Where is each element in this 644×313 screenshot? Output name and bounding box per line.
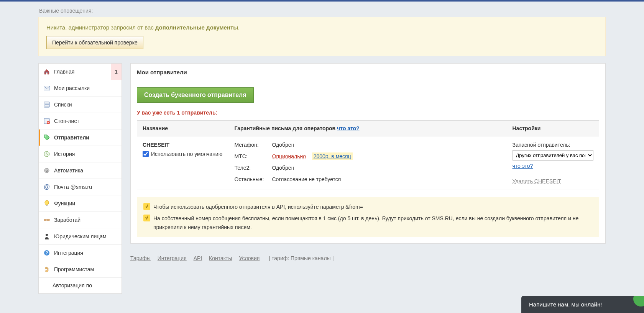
senders-table: Название Гарантийные письма для оператор… bbox=[137, 120, 599, 190]
sidebar-item-automation[interactable]: Автоматика bbox=[39, 162, 122, 179]
svg-point-20 bbox=[47, 219, 50, 221]
th-settings: Настройки bbox=[507, 121, 599, 136]
sidebar-item-label: Мои рассылки bbox=[54, 85, 90, 91]
create-sender-button[interactable]: Создать буквенного отправителя bbox=[137, 87, 254, 103]
sidebar-item-label: Почта @sms.ru bbox=[54, 184, 92, 190]
op-megafon-value: Одобрен bbox=[272, 142, 502, 148]
svg-text:?: ? bbox=[46, 251, 48, 255]
svg-rect-1 bbox=[44, 86, 50, 90]
footer-link-tariffs[interactable]: Тарифы bbox=[130, 255, 151, 261]
envelope-icon bbox=[43, 85, 50, 92]
info-row-2: √ На собственный номер сообщения бесплат… bbox=[143, 214, 593, 231]
sidebar-item-label: Главная bbox=[54, 69, 74, 75]
list-icon bbox=[43, 101, 50, 108]
mts-optional-link[interactable]: Опционально bbox=[272, 153, 306, 159]
check-icon: √ bbox=[143, 203, 150, 210]
th-name: Название bbox=[137, 121, 229, 136]
footer-link-contacts[interactable]: Контакты bbox=[209, 255, 232, 261]
sidebar-item-label: Отправители bbox=[54, 134, 89, 141]
op-mts-value: Опционально 2000р. в месяц bbox=[272, 153, 502, 159]
sidebar-item-mailings[interactable]: Мои рассылки bbox=[39, 80, 122, 97]
sidebar-item-functions[interactable]: Функции bbox=[39, 195, 122, 212]
sidebar-item-history[interactable]: История bbox=[39, 146, 122, 162]
clock-icon bbox=[43, 151, 50, 157]
footer-link-integration[interactable]: Интеграция bbox=[158, 255, 187, 261]
alert-suffix: . bbox=[238, 24, 240, 31]
chat-text: Напишите нам, мы онлайн! bbox=[529, 301, 602, 302]
footer: Тарифы Интеграция API Контакты Условия [… bbox=[130, 255, 606, 261]
bulb-icon bbox=[43, 200, 50, 207]
svg-point-21 bbox=[46, 234, 48, 236]
person-icon bbox=[43, 233, 50, 240]
what-is-this-link[interactable]: что это? bbox=[337, 125, 360, 131]
help-icon: ? bbox=[43, 249, 50, 256]
check-icon: √ bbox=[143, 215, 150, 221]
use-default-checkbox[interactable] bbox=[143, 151, 149, 157]
alert-box: Никита, администратор запросил от вас до… bbox=[38, 17, 606, 56]
sidebar-item-auth[interactable]: Авторизация по bbox=[39, 278, 122, 293]
footer-tariff: [ тариф: Прямые каналы ] bbox=[269, 255, 334, 261]
op-tele2-label: Теле2: bbox=[235, 165, 269, 171]
op-tele2-value: Одобрен bbox=[272, 165, 502, 171]
op-mts-label: МТС: bbox=[235, 153, 269, 159]
sidebar-item-senders[interactable]: Отправители bbox=[39, 129, 122, 146]
sidebar-item-label: Авторизация по bbox=[53, 282, 92, 288]
handshake-icon bbox=[43, 216, 50, 223]
svg-point-13 bbox=[44, 168, 49, 173]
info-box: √ Чтобы использовать одобренного отправи… bbox=[137, 197, 599, 237]
alert-bold: дополнительные документы bbox=[155, 24, 238, 31]
sidebar-item-label: Заработай bbox=[54, 217, 80, 223]
svg-point-17 bbox=[45, 200, 49, 205]
op-other-value: Согласование не требуется bbox=[272, 176, 502, 182]
info-text-2: На собственный номер сообщения бесплатны… bbox=[153, 214, 593, 231]
notifications-label: Важные оповещения: bbox=[39, 8, 606, 14]
sidebar-item-earn[interactable]: Заработай bbox=[39, 212, 122, 228]
sidebar-item-label: Юридическим лицам bbox=[54, 233, 107, 239]
sidebar-item-label: Функции bbox=[54, 200, 75, 206]
sidebar-item-legal[interactable]: Юридическим лицам bbox=[39, 228, 122, 245]
sidebar-item-label: Автоматика bbox=[54, 167, 83, 174]
panel-title: Мои отправители bbox=[131, 64, 605, 81]
use-default-text: Использовать по умолчанию bbox=[151, 151, 222, 157]
backup-sender-label: Запасной отправитель: bbox=[513, 142, 594, 148]
sidebar-item-developers[interactable]: Программистам bbox=[39, 261, 122, 278]
sidebar-badge: 1 bbox=[111, 64, 122, 80]
svg-point-19 bbox=[44, 219, 47, 221]
chat-status-icon bbox=[633, 296, 644, 302]
svg-point-9 bbox=[45, 136, 46, 137]
goto-verification-button[interactable]: Перейти к обязательной проверке bbox=[46, 36, 143, 49]
op-other-label: Остальные: bbox=[235, 176, 269, 182]
info-text-1: Чтобы использовать одобренного отправите… bbox=[153, 203, 363, 211]
delete-sender-link[interactable]: Удалить CHEESEIT bbox=[513, 178, 561, 184]
svg-point-15 bbox=[47, 170, 48, 170]
operators-grid: Мегафон: Одобрен МТС: Опционально 2000р.… bbox=[235, 142, 502, 182]
alert-text: Никита, администратор запросил от вас до… bbox=[46, 24, 598, 31]
sidebar-item-home[interactable]: Главная 1 bbox=[39, 64, 122, 80]
sidebar-item-stoplist[interactable]: Стоп-лист bbox=[39, 113, 122, 129]
footer-link-terms[interactable]: Условия bbox=[239, 255, 260, 261]
sidebar-item-label: Стоп-лист bbox=[54, 118, 79, 124]
robot-icon bbox=[43, 167, 50, 174]
sidebar: Главная 1 Мои рассылки Списки Стоп-лист … bbox=[38, 63, 122, 294]
hand-icon bbox=[43, 266, 50, 273]
tag-icon bbox=[43, 134, 50, 141]
mts-price-link[interactable]: 2000р. в месяц bbox=[314, 153, 351, 159]
svg-rect-16 bbox=[46, 171, 48, 172]
backup-sender-select[interactable]: Других отправителей у вас пока нет bbox=[513, 150, 594, 161]
chat-widget[interactable]: Напишите нам, мы онлайн! bbox=[521, 296, 644, 302]
senders-panel: Мои отправители Создать буквенного отпра… bbox=[130, 63, 606, 244]
sender-name: CHEESEIT bbox=[143, 142, 224, 148]
at-icon: @ bbox=[43, 184, 50, 190]
stop-icon bbox=[43, 118, 50, 125]
sender-row: CHEESEIT Использовать по умолчанию Мегаф… bbox=[137, 136, 599, 190]
footer-link-api[interactable]: API bbox=[194, 255, 202, 261]
sidebar-item-lists[interactable]: Списки bbox=[39, 97, 122, 113]
backup-what-link[interactable]: что это? bbox=[513, 163, 533, 169]
sidebar-item-label: Программистам bbox=[54, 266, 94, 272]
sidebar-item-integration[interactable]: ? Интеграция bbox=[39, 245, 122, 261]
mts-price-highlight: 2000р. в месяц bbox=[312, 152, 353, 160]
use-default-label[interactable]: Использовать по умолчанию bbox=[143, 151, 224, 157]
existing-sender-note: У вас уже есть 1 отправитель: bbox=[137, 110, 599, 116]
sidebar-item-mail[interactable]: @ Почта @sms.ru bbox=[39, 179, 122, 195]
svg-rect-0 bbox=[44, 72, 49, 72]
